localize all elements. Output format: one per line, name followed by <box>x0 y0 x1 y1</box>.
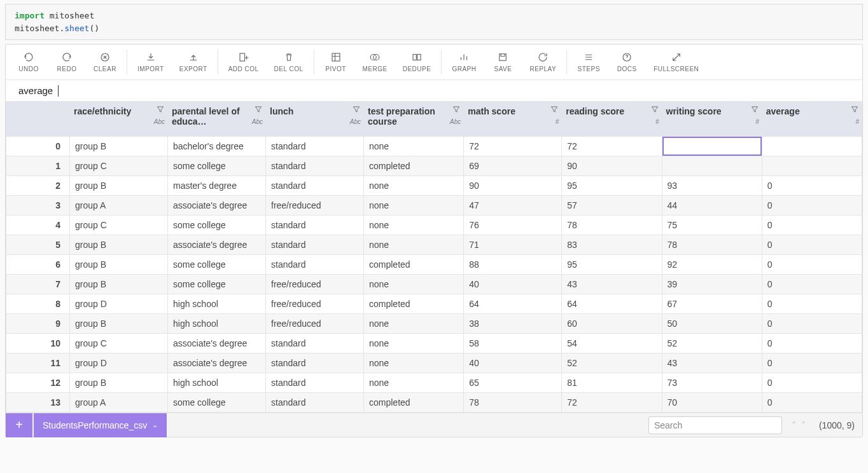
cell-reading[interactable]: 81 <box>562 373 662 393</box>
cell-edu[interactable]: bachelor's degree <box>168 137 266 156</box>
cell-lunch[interactable]: standard <box>266 176 364 196</box>
cell-math[interactable]: 76 <box>464 216 562 235</box>
cell-math[interactable]: 65 <box>464 373 562 393</box>
cell-testprep[interactable]: none <box>364 176 464 196</box>
cell-average[interactable]: 0 <box>762 393 862 413</box>
cell-testprep[interactable]: none <box>364 314 464 334</box>
cell-reading[interactable]: 54 <box>562 334 662 353</box>
cell-testprep[interactable]: none <box>364 373 464 393</box>
cell-edu[interactable]: associate's degree <box>168 235 266 255</box>
docs-button[interactable]: DOCS <box>608 45 646 79</box>
graph-button[interactable]: GRAPH <box>444 45 484 79</box>
replay-button[interactable]: REPLAY <box>522 45 564 79</box>
cell-math[interactable]: 47 <box>464 196 562 216</box>
row-index[interactable]: 7 <box>6 275 70 294</box>
cell-race[interactable]: group D <box>70 294 168 314</box>
cell-average[interactable]: 0 <box>762 176 862 196</box>
dedupe-button[interactable]: DEDUPE <box>395 45 439 79</box>
search-input[interactable]: Search <box>648 416 782 434</box>
cell-average[interactable]: 0 <box>762 373 862 393</box>
row-index[interactable]: 3 <box>6 196 70 216</box>
cell-reading[interactable]: 78 <box>562 216 662 235</box>
redo-button[interactable]: REDO <box>48 45 86 79</box>
cell-lunch[interactable]: free/reduced <box>266 196 364 216</box>
column-header-average[interactable]: average# <box>762 102 862 137</box>
cell-math[interactable]: 40 <box>464 275 562 294</box>
cell-edu[interactable]: high school <box>168 294 266 314</box>
cell-testprep[interactable]: none <box>364 196 464 216</box>
cell-race[interactable]: group C <box>70 156 168 176</box>
cell-average[interactable]: 0 <box>762 294 862 314</box>
cell-lunch[interactable]: standard <box>266 373 364 393</box>
cell-average[interactable]: 0 <box>762 314 862 334</box>
column-header-edu[interactable]: parental level of educa…Abc <box>168 102 266 137</box>
pivot-button[interactable]: PIVOT <box>317 45 355 79</box>
cell-edu[interactable]: some college <box>168 393 266 413</box>
filter-icon[interactable] <box>750 105 759 116</box>
search-next-button[interactable]: ˅ <box>799 419 808 432</box>
import-button[interactable]: IMPORT <box>130 45 172 79</box>
cell-testprep[interactable]: completed <box>364 294 464 314</box>
cell-race[interactable]: group B <box>70 275 168 294</box>
cell-math[interactable]: 88 <box>464 255 562 275</box>
cell-math[interactable]: 72 <box>464 137 562 156</box>
cell-reading[interactable]: 83 <box>562 235 662 255</box>
cell-lunch[interactable]: standard <box>266 216 364 235</box>
cell-edu[interactable]: some college <box>168 255 266 275</box>
cell-math[interactable]: 78 <box>464 393 562 413</box>
row-index[interactable]: 6 <box>6 255 70 275</box>
cell-race[interactable]: group C <box>70 216 168 235</box>
filter-icon[interactable] <box>650 105 659 116</box>
column-header-testprep[interactable]: test preparation courseAbc <box>364 102 464 137</box>
filter-icon[interactable] <box>452 105 461 116</box>
cell-testprep[interactable]: none <box>364 235 464 255</box>
add-sheet-button[interactable]: + <box>6 413 32 437</box>
cell-testprep[interactable]: completed <box>364 156 464 176</box>
filter-icon[interactable] <box>850 105 859 116</box>
cell-reading[interactable]: 43 <box>562 275 662 294</box>
row-index[interactable]: 1 <box>6 156 70 176</box>
cell-average[interactable]: 0 <box>762 255 862 275</box>
row-index[interactable]: 9 <box>6 314 70 334</box>
cell-lunch[interactable]: standard <box>266 353 364 373</box>
cell-testprep[interactable]: none <box>364 353 464 373</box>
cell-math[interactable]: 71 <box>464 235 562 255</box>
cell-reading[interactable]: 57 <box>562 196 662 216</box>
cell-testprep[interactable]: completed <box>364 393 464 413</box>
cell-testprep[interactable]: none <box>364 275 464 294</box>
cell-testprep[interactable]: completed <box>364 255 464 275</box>
cell-race[interactable]: group D <box>70 353 168 373</box>
column-header-reading[interactable]: reading score# <box>562 102 662 137</box>
save-button[interactable]: SAVE <box>484 45 522 79</box>
cell-writing[interactable]: You're setting the formula of this colum… <box>662 137 762 156</box>
filter-icon[interactable] <box>550 105 559 116</box>
cell-average[interactable] <box>762 137 862 156</box>
cell-lunch[interactable]: standard <box>266 393 364 413</box>
cell-writing[interactable]: 44 <box>662 196 762 216</box>
filter-icon[interactable] <box>352 105 361 116</box>
cell-race[interactable]: group B <box>70 373 168 393</box>
cell-race[interactable]: group B <box>70 235 168 255</box>
row-index[interactable]: 5 <box>6 235 70 255</box>
cell-average[interactable]: 0 <box>762 334 862 353</box>
cell-race[interactable]: group A <box>70 196 168 216</box>
cell-math[interactable]: 40 <box>464 353 562 373</box>
filter-icon[interactable] <box>156 105 165 116</box>
cell-average[interactable]: 0 <box>762 235 862 255</box>
cell-average[interactable]: 0 <box>762 353 862 373</box>
cell-average[interactable]: 0 <box>762 196 862 216</box>
cell-writing[interactable]: 39 <box>662 275 762 294</box>
clear-button[interactable]: CLEAR <box>86 45 124 79</box>
search-prev-button[interactable]: ˄ <box>790 419 798 432</box>
cell-writing[interactable]: 52 <box>662 334 762 353</box>
row-index[interactable]: 0 <box>6 137 70 156</box>
cell-race[interactable]: group A <box>70 393 168 413</box>
cell-reading[interactable]: 52 <box>562 353 662 373</box>
column-header-writing[interactable]: writing score# <box>662 102 762 137</box>
cell-math[interactable]: 38 <box>464 314 562 334</box>
cell-writing[interactable]: 93 <box>662 176 762 196</box>
steps-button[interactable]: STEPS <box>570 45 608 79</box>
cell-math[interactable]: 58 <box>464 334 562 353</box>
cell-writing[interactable]: 50 <box>662 314 762 334</box>
formula-bar[interactable]: average <box>6 80 862 102</box>
